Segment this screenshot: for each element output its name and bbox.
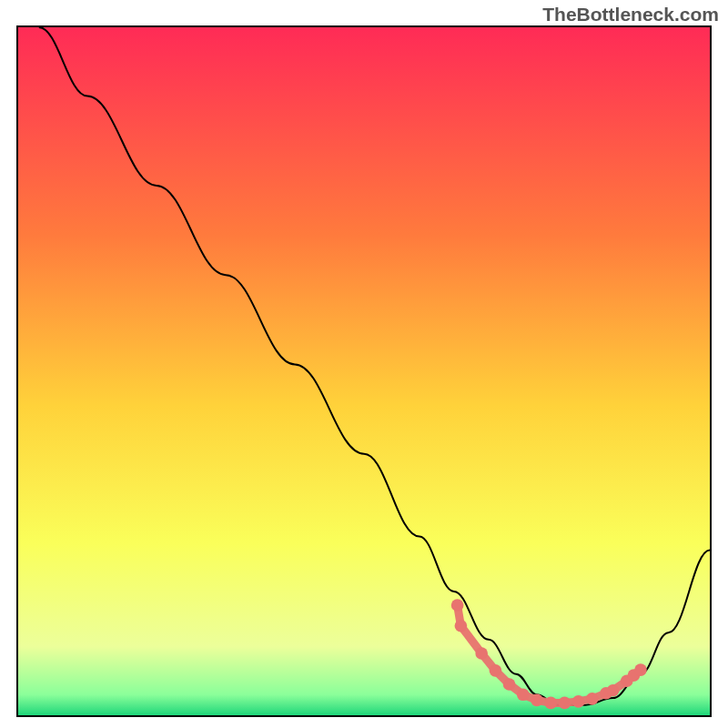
svg-point-11 bbox=[586, 693, 599, 705]
svg-point-9 bbox=[559, 697, 571, 710]
svg-point-4 bbox=[490, 664, 502, 677]
svg-point-3 bbox=[475, 647, 488, 660]
svg-point-13 bbox=[607, 684, 620, 697]
svg-point-5 bbox=[503, 678, 516, 691]
highlight-points bbox=[451, 599, 647, 709]
chart-container: TheBottleneck.com bbox=[0, 0, 728, 728]
svg-point-8 bbox=[544, 697, 557, 710]
svg-point-7 bbox=[531, 694, 543, 707]
svg-point-2 bbox=[455, 620, 468, 632]
bottleneck-curve bbox=[39, 27, 710, 705]
svg-point-16 bbox=[634, 663, 647, 676]
svg-point-10 bbox=[572, 695, 585, 708]
svg-point-6 bbox=[517, 689, 530, 702]
svg-point-1 bbox=[451, 599, 464, 612]
watermark-text: TheBottleneck.com bbox=[542, 4, 719, 25]
chart-curve-layer bbox=[18, 27, 710, 715]
chart-plot-area bbox=[16, 25, 712, 717]
